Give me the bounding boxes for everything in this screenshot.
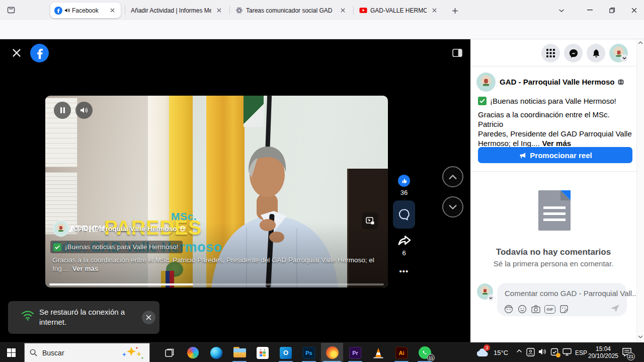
tab-list-chevron-icon[interactable] <box>555 5 568 16</box>
notifications-bell-icon[interactable] <box>587 44 605 62</box>
globe-icon <box>180 226 186 232</box>
facebook-logo[interactable] <box>30 44 49 62</box>
scroll-up-icon[interactable] <box>638 41 643 44</box>
volume-tray-icon[interactable] <box>538 348 547 355</box>
tab-close-icon[interactable] <box>430 6 439 15</box>
tab-youtube[interactable]: GAD-VALLE HERMOSO - YouTu <box>355 3 443 18</box>
scroll-down-icon[interactable] <box>638 335 643 338</box>
document-line <box>543 206 566 209</box>
weather-icon[interactable]: 3 <box>475 346 490 359</box>
copilot-icon[interactable] <box>182 343 204 362</box>
send-comment-icon[interactable] <box>610 304 620 313</box>
messenger-icon[interactable] <box>564 44 583 62</box>
window-minimize-button[interactable] <box>580 0 600 20</box>
video-page-row[interactable]: GAD - Parroquial Valle Hermoso <box>53 221 186 237</box>
tab-informes[interactable]: Añadir Actividad | Informes Mensua <box>127 3 227 18</box>
taskbar-search-box[interactable]: Buscar <box>24 343 150 362</box>
photoshop-icon[interactable]: Ps <box>298 343 320 362</box>
picture-in-picture-button[interactable] <box>362 212 378 229</box>
profile-chevron-icon[interactable] <box>620 54 628 62</box>
share-icon[interactable] <box>395 233 413 248</box>
search-placeholder[interactable]: Buscar <box>42 349 121 357</box>
reel-stage: MSc. ATRICIO PAREDES Pdte. GAD Valle Her… <box>0 39 470 342</box>
start-button[interactable] <box>0 343 22 362</box>
share-count[interactable]: 6 <box>392 249 416 257</box>
window-restore-button[interactable] <box>602 0 622 20</box>
tab-audio-icon[interactable] <box>64 8 70 13</box>
like-count[interactable]: 36 <box>392 189 416 196</box>
outlook-icon[interactable]: O <box>275 343 297 362</box>
toast-close-icon[interactable] <box>142 311 155 324</box>
windows-taskbar: Buscar O Ps Pr Ai 11 <box>0 342 644 362</box>
emoji-icon[interactable] <box>517 304 527 314</box>
browser-toolbar: www.facebook.com/reel/1336244134715917 S <box>0 20 644 39</box>
page-name-row[interactable]: GAD - Parroquial Valle Hermoso <box>500 78 624 86</box>
toast-message-line2: internet. <box>39 317 66 327</box>
tab-close-icon[interactable] <box>338 6 347 15</box>
close-reel-icon[interactable] <box>11 47 22 58</box>
language-indicator[interactable]: ESP <box>575 349 587 356</box>
page-scrollbar[interactable] <box>636 39 644 342</box>
firefox-view-icon[interactable] <box>5 5 17 16</box>
panel-toggle-icon[interactable] <box>450 46 464 60</box>
comment-button[interactable] <box>393 200 415 229</box>
page-avatar[interactable] <box>476 73 496 92</box>
page-name[interactable]: GAD - Parroquial Valle Hermoso <box>500 78 614 86</box>
gif-icon[interactable]: GIF <box>544 305 555 314</box>
sync-tray-icon[interactable] <box>550 348 559 356</box>
previous-reel-button[interactable] <box>442 166 463 187</box>
like-icon[interactable] <box>398 175 410 187</box>
see-more-link[interactable]: Ver más <box>72 265 99 272</box>
sidebar-divider <box>470 66 636 66</box>
tab-divider <box>229 6 230 15</box>
more-options-icon[interactable]: ••• <box>392 267 416 275</box>
volume-button[interactable] <box>75 102 93 119</box>
premiere-icon[interactable]: Pr <box>344 343 366 362</box>
promote-reel-button[interactable]: Promocionar reel <box>478 147 632 163</box>
tab-facebook[interactable]: Facebook <box>50 3 121 18</box>
tab-close-icon[interactable] <box>108 6 117 15</box>
meet-now-icon[interactable] <box>526 348 535 356</box>
sticker-icon[interactable] <box>559 304 569 314</box>
tab-title: GAD-VALLE HERMOSO - YouTu <box>370 7 427 14</box>
notification-center-icon[interactable]: 21 <box>622 347 632 357</box>
toast-message-line1: Se restauró la conexión a <box>39 307 125 317</box>
tray-chevron-icon[interactable] <box>516 349 522 353</box>
composer-avatar-chevron-icon[interactable] <box>488 295 494 301</box>
tab-divider <box>125 6 125 15</box>
camera-icon[interactable] <box>531 304 541 314</box>
network-display-icon[interactable] <box>562 348 572 356</box>
temperature-label[interactable]: 15°C <box>494 349 508 356</box>
file-explorer-icon[interactable] <box>228 343 251 362</box>
new-tab-button[interactable] <box>449 5 460 16</box>
tab-close-icon[interactable] <box>214 6 223 15</box>
tab-tareas[interactable]: Tareas comunicador social GAD <box>231 3 351 18</box>
page-avatar[interactable] <box>53 221 69 237</box>
task-view-icon[interactable] <box>158 343 181 362</box>
youtube-favicon <box>359 7 367 14</box>
comment-composer[interactable]: Comentar como GAD - Parroquial Vall... G… <box>497 283 627 316</box>
vlc-icon[interactable] <box>367 343 389 362</box>
composer-icons-row: GIF <box>504 304 573 314</box>
reel-video[interactable]: MSc. ATRICIO PAREDES Pdte. GAD Valle Her… <box>45 96 388 287</box>
window-close-button[interactable] <box>624 0 644 20</box>
video-progress-track[interactable] <box>49 283 384 285</box>
comment-input-placeholder[interactable]: Comentar como GAD - Parroquial Vall... <box>505 289 638 298</box>
search-icon <box>30 349 37 356</box>
flag-green-white <box>244 96 264 127</box>
edge-icon[interactable] <box>205 343 227 362</box>
firefox-icon[interactable] <box>321 343 343 362</box>
video-page-name[interactable]: GAD - Parroquial Valle Hermoso <box>73 225 177 233</box>
whatsapp-icon[interactable]: 11 <box>414 343 436 362</box>
next-reel-button[interactable] <box>442 196 463 218</box>
document-fold-blue <box>560 190 571 200</box>
microsoft-store-icon[interactable] <box>252 343 274 362</box>
browser-tab-strip: Facebook Añadir Actividad | Informes Men… <box>0 0 644 20</box>
illustrator-icon[interactable]: Ai <box>390 343 413 362</box>
pause-button[interactable] <box>54 102 71 119</box>
avatar-sticker-icon[interactable] <box>504 304 514 314</box>
clock[interactable]: 15:04 20/10/2025 <box>588 345 619 359</box>
no-comments-subtitle: Sé la primera persona en comentar. <box>470 259 636 268</box>
video-progress-fill <box>49 283 193 285</box>
apps-grid-icon[interactable] <box>541 44 560 62</box>
